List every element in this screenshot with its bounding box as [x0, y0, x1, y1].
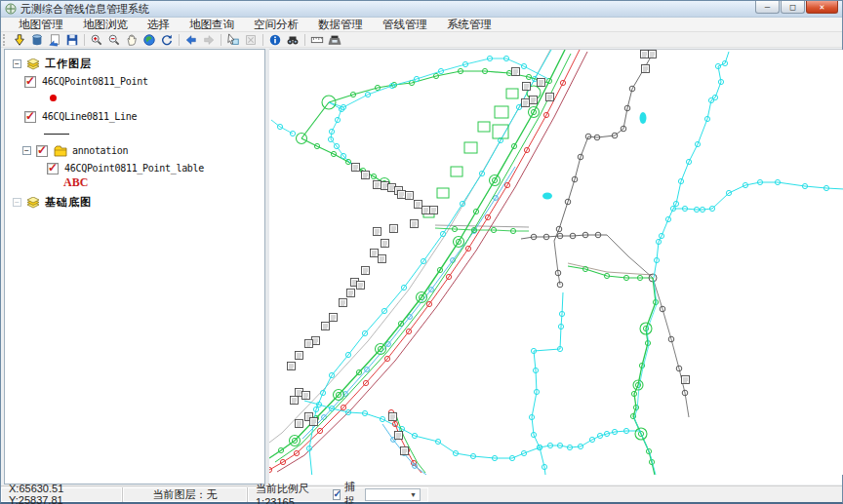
annotation-checkbox[interactable] [36, 145, 48, 157]
layer-line-checkbox[interactable] [24, 111, 36, 123]
collapse-icon[interactable]: − [22, 146, 31, 155]
toolbar-main [1, 32, 842, 48]
menu-map-browse[interactable]: 地图浏览 [73, 18, 138, 32]
menu-data-manage[interactable]: 数据管理 [308, 18, 373, 32]
minimize-icon[interactable]: — [755, 1, 780, 14]
tree-group-work-layers[interactable]: − 工作图层 [13, 57, 92, 71]
app-window: 元测综合管线信息管理系统 — □ ✕ 地图管理 地图浏览 选择 地图查询 空间分… [0, 0, 843, 504]
layer-tree-panel: − 工作图层 46CQPoint0811_Point 46CQLine0811_… [4, 49, 265, 485]
snap-label: 捕捉 [344, 480, 359, 504]
zoom-out-icon[interactable] [105, 32, 123, 47]
identify-icon[interactable] [266, 32, 284, 47]
menu-pipeline-manage[interactable]: 管线管理 [373, 18, 437, 32]
pan-icon[interactable] [123, 32, 140, 47]
maximize-icon[interactable]: □ [781, 1, 805, 14]
menu-bar: 地图管理 地图浏览 选择 地图查询 空间分析 数据管理 管线管理 系统管理 [1, 18, 842, 32]
import-page-icon[interactable] [46, 32, 63, 47]
tree-group-basemap[interactable]: − 基础底图 [13, 195, 92, 210]
layer-point-checkbox[interactable] [24, 76, 36, 88]
group-label: 基础底图 [45, 195, 92, 210]
current-layer-readout: 当前图层：无 [153, 487, 218, 502]
toolbar-grip [3, 34, 8, 46]
menu-system-manage[interactable]: 系统管理 [437, 18, 502, 32]
zoom-in-icon[interactable] [88, 32, 105, 47]
database-icon[interactable] [28, 32, 46, 47]
select-features-icon[interactable] [224, 32, 242, 47]
measure-icon[interactable] [308, 32, 326, 47]
full-extent-icon[interactable] [140, 32, 158, 47]
group-label: annotation [72, 145, 128, 156]
status-current-layer: 当前图层：无 [123, 487, 248, 502]
layers-icon [26, 58, 40, 70]
line-symbol-swatch [44, 134, 69, 135]
clear-selection-icon[interactable] [242, 32, 260, 47]
status-bar: X:65630.51 Y:25837.81 当前图层：无 当前比例尺 1:231… [1, 485, 842, 502]
chevron-down-icon: ▼ [410, 491, 420, 498]
refresh-icon[interactable] [158, 32, 176, 47]
window-title: 元测综合管线信息管理系统 [20, 2, 149, 17]
layer-label: 46CQLine0811_Line [42, 111, 137, 122]
tree-group-annotation[interactable]: − annotation [22, 143, 128, 158]
add-data-icon[interactable] [11, 32, 28, 47]
layers-icon [26, 197, 40, 209]
title-bar: 元测综合管线信息管理系统 — □ ✕ [1, 1, 842, 18]
folder-icon [54, 145, 67, 157]
forward-icon[interactable] [200, 32, 218, 47]
label-symbol-sample: ABC [63, 175, 88, 190]
tree-layer-line[interactable]: 46CQLine0811_Line [24, 109, 137, 124]
snap-target-combobox[interactable]: ▼ [365, 488, 421, 501]
menu-spatial-analysis[interactable]: 空间分析 [244, 18, 308, 32]
snap-checkbox[interactable] [333, 489, 341, 500]
legend-line-symbol [44, 127, 69, 141]
overview-icon[interactable] [326, 32, 343, 47]
menu-map-manage[interactable]: 地图管理 [9, 18, 73, 32]
status-coordinates: X:65630.51 Y:25837.81 [1, 487, 123, 502]
scale-readout: 当前比例尺 1:23165 [256, 482, 323, 504]
map-canvas[interactable] [269, 49, 842, 485]
collapse-icon[interactable]: − [13, 198, 21, 207]
main-area: − 工作图层 46CQPoint0811_Point 46CQLine0811_… [1, 48, 842, 485]
close-icon[interactable]: ✕ [806, 1, 838, 14]
layer-label-checkbox[interactable] [47, 163, 59, 174]
menu-map-query[interactable]: 地图查询 [180, 18, 244, 32]
status-scale: 当前比例尺 1:23165 捕捉 ▼ [248, 487, 428, 502]
point-symbol-swatch [50, 95, 57, 101]
tree-layer-point[interactable]: 46CQPoint0811_Point [24, 74, 148, 89]
legend-label-symbol: ABC [63, 175, 88, 190]
group-label: 工作图层 [45, 57, 92, 71]
find-icon[interactable] [284, 32, 301, 47]
menu-select[interactable]: 选择 [138, 18, 180, 32]
save-icon[interactable] [63, 32, 81, 47]
layer-label: 46CQPoint0811_Point [42, 76, 148, 87]
collapse-icon[interactable]: − [13, 59, 21, 68]
legend-point-symbol [50, 91, 57, 105]
coordinates-readout: X:65630.51 Y:25837.81 [9, 483, 114, 504]
layer-label: 46CQPoint0811_Point_lable [64, 163, 204, 174]
pipeline-map [269, 50, 843, 475]
app-icon [5, 3, 17, 15]
back-icon[interactable] [182, 32, 200, 47]
tree-layer-label[interactable]: 46CQPoint0811_Point_lable [47, 161, 204, 175]
